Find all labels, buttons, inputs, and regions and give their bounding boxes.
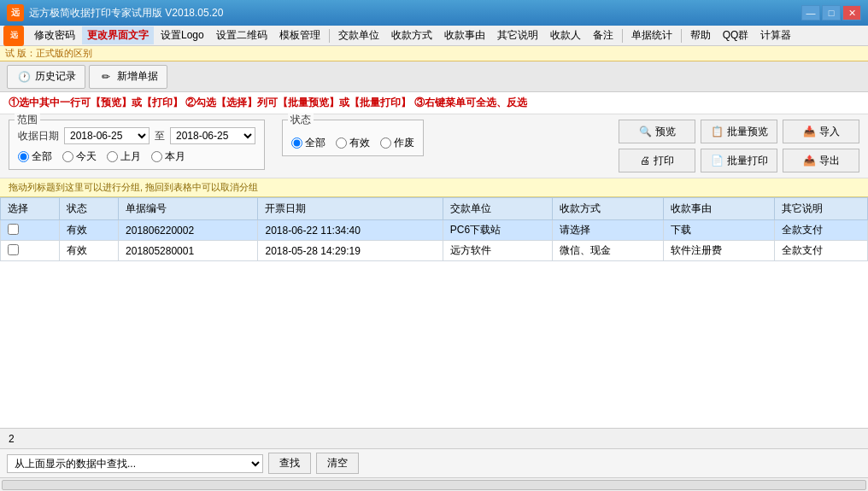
menu-set-qr[interactable]: 设置二维码 (211, 26, 273, 44)
state-radio-group: 全部 有效 作废 (291, 136, 414, 150)
menu-statistics[interactable]: 单据统计 (626, 26, 677, 44)
print-button[interactable]: 🖨 打印 (619, 149, 695, 172)
radio-this-month[interactable]: 本月 (151, 149, 185, 164)
new-icon: ✏ (98, 69, 114, 85)
row-checkbox[interactable] (8, 244, 19, 255)
table-cell-7: 全款支付 (774, 220, 868, 241)
table-cell-5: 微信、现金 (553, 241, 664, 261)
table-cell-6: 下载 (663, 220, 774, 241)
find-label: 查找 (279, 457, 300, 469)
menu-bar: 远 修改密码 更改界面文字 设置Logo 设置二维码 模板管理 交款单位 收款方… (0, 26, 868, 46)
minimize-button[interactable]: — (801, 5, 820, 20)
history-label: 历史记录 (35, 69, 76, 84)
col-header-unit[interactable]: 交款单位 (443, 198, 553, 220)
toolbar: 🕐 历史记录 ✏ 新增单据 (0, 61, 868, 92)
table-row[interactable]: 有效2018052800012018-05-28 14:29:19远方软件微信、… (1, 241, 868, 261)
menu-payee[interactable]: 收款人 (545, 26, 586, 44)
main-content: ①选中其中一行可【预览】或【打印】 ②勾选【选择】列可【批量预览】或【批量打印】… (0, 92, 868, 491)
history-button[interactable]: 🕐 历史记录 (7, 65, 85, 89)
col-header-date[interactable]: 开票日期 (258, 198, 443, 220)
col-header-reason[interactable]: 收款事由 (663, 198, 774, 220)
range-radio-group: 全部 今天 上月 本月 (18, 149, 255, 164)
state-all-label: 全部 (305, 136, 326, 150)
table-header-row: 选择 状态 单据编号 开票日期 交款单位 收款方式 收款事由 其它说明 (1, 198, 868, 220)
menu-payer-unit[interactable]: 交款单位 (333, 26, 384, 44)
action-buttons: 🔍 预览 📋 批量预览 📥 导入 🖨 打印 📄 (619, 120, 859, 172)
col-header-check[interactable]: 选择 (1, 198, 60, 220)
table-row[interactable]: 有效2018062200022018-06-22 11:34:40PC6下载站请… (1, 220, 868, 241)
data-table: 选择 状态 单据编号 开票日期 交款单位 收款方式 收款事由 其它说明 有效20… (0, 197, 868, 261)
horizontal-scrollbar[interactable] (0, 477, 868, 491)
state-radio-void[interactable]: 作废 (380, 136, 414, 150)
import-label: 导入 (819, 125, 840, 139)
close-button[interactable]: ✕ (842, 5, 861, 20)
table-cell-4: 远方软件 (443, 241, 553, 261)
import-button[interactable]: 📥 导入 (783, 120, 859, 143)
find-button[interactable]: 查找 (268, 453, 311, 474)
menu-remark[interactable]: 备注 (588, 26, 619, 44)
state-valid-label: 有效 (349, 136, 370, 150)
window-controls[interactable]: — □ ✕ (801, 5, 861, 20)
date-to-label: 至 (155, 129, 165, 143)
col-header-note[interactable]: 其它说明 (774, 198, 868, 220)
preview-button[interactable]: 🔍 预览 (619, 120, 695, 143)
batch-preview-button[interactable]: 📋 批量预览 (701, 120, 777, 143)
table-cell-7: 全款支付 (774, 241, 868, 261)
date-to-select[interactable]: 2018-06-25 (170, 127, 255, 144)
date-from-select[interactable]: 2018-06-25 (64, 127, 150, 144)
table-container[interactable]: 选择 状态 单据编号 开票日期 交款单位 收款方式 收款事由 其它说明 有效20… (0, 197, 868, 428)
col-header-state[interactable]: 状态 (60, 198, 119, 220)
instructions-bar: ①选中其中一行可【预览】或【打印】 ②勾选【选择】列可【批量预览】或【批量打印】… (0, 92, 868, 114)
menu-calculator[interactable]: 计算器 (755, 26, 796, 44)
state-radio-valid[interactable]: 有效 (336, 136, 370, 150)
export-icon: 📤 (803, 155, 816, 167)
batch-preview-label: 批量预览 (727, 125, 768, 139)
state-radio-all[interactable]: 全部 (291, 136, 326, 150)
radio-last-month[interactable]: 上月 (107, 149, 141, 164)
maximize-button[interactable]: □ (822, 5, 841, 20)
menu-help[interactable]: 帮助 (685, 26, 716, 44)
col-header-number[interactable]: 单据编号 (119, 198, 258, 220)
print-icon: 🖨 (640, 155, 650, 167)
scroll-track[interactable] (2, 480, 866, 490)
app-icon: 远 (7, 4, 24, 21)
instructions-text: ①选中其中一行可【预览】或【打印】 ②勾选【选择】列可【批量预览】或【批量打印】… (9, 96, 527, 108)
menu-modify-password[interactable]: 修改密码 (29, 26, 80, 44)
menu-change-ui[interactable]: 更改界面文字 (82, 26, 154, 44)
table-cell-0[interactable] (1, 220, 60, 241)
radio-this-month-label: 本月 (165, 149, 185, 164)
search-select[interactable]: 从上面显示的数据中查找... (7, 454, 263, 473)
radio-today[interactable]: 今天 (62, 149, 97, 164)
table-cell-2: 201806220002 (119, 220, 258, 241)
warn-banner: 试 版：正式版的区别 (0, 46, 868, 61)
clear-button[interactable]: 清空 (316, 453, 359, 474)
table-cell-5: 请选择 (553, 220, 664, 241)
menu-set-logo[interactable]: 设置Logo (155, 26, 209, 44)
title-bar: 远 远方极简收据打印专家试用版 V2018.05.20 — □ ✕ (0, 0, 868, 26)
action-row-1: 🔍 预览 📋 批量预览 📥 导入 (619, 120, 859, 143)
state-filter-group: 状态 全部 有效 作废 (282, 120, 424, 156)
group-hint-text: 拖动列标题到这里可以进行分组, 拖回到表格中可以取消分组 (9, 182, 258, 192)
menu-other-note[interactable]: 其它说明 (492, 26, 543, 44)
batch-print-icon: 📄 (711, 155, 724, 167)
date-label: 收据日期 (18, 129, 59, 143)
table-cell-2: 201805280001 (119, 241, 258, 261)
export-label: 导出 (819, 154, 840, 168)
filter-area: 范围 收据日期 2018-06-25 至 2018-06-25 全部 今天 (0, 114, 868, 178)
print-label: 打印 (654, 154, 674, 168)
export-button[interactable]: 📤 导出 (783, 149, 859, 172)
menu-template[interactable]: 模板管理 (274, 26, 326, 44)
warn-text: 试 版：正式版的区别 (5, 47, 92, 60)
menu-payment-method[interactable]: 收款方式 (386, 26, 437, 44)
menu-payment-reason[interactable]: 收款事由 (439, 26, 490, 44)
batch-print-button[interactable]: 📄 批量打印 (701, 149, 777, 172)
new-record-button[interactable]: ✏ 新增单据 (89, 65, 167, 89)
record-count: 2 (9, 433, 15, 445)
menu-qq[interactable]: QQ群 (718, 26, 754, 44)
table-cell-4: PC6下载站 (443, 220, 553, 241)
col-header-method[interactable]: 收款方式 (553, 198, 664, 220)
radio-all[interactable]: 全部 (18, 149, 52, 164)
row-checkbox[interactable] (8, 224, 19, 235)
history-icon: 🕐 (16, 69, 32, 85)
table-cell-0[interactable] (1, 241, 60, 261)
